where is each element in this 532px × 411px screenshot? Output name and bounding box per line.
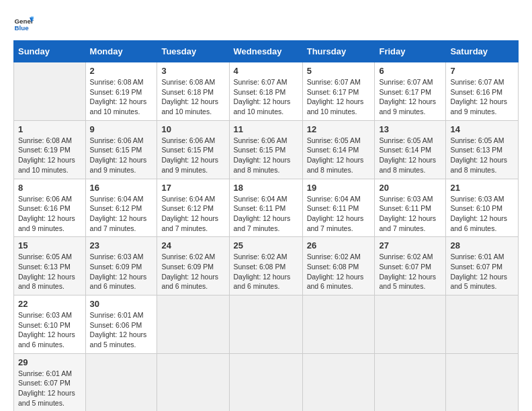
day-info: Sunrise: 6:02 AM Sunset: 6:09 PM Dayligh… <box>161 253 218 290</box>
calendar-cell: 25 Sunrise: 6:02 AM Sunset: 6:08 PM Dayl… <box>229 237 302 295</box>
calendar-cell: 15 Sunrise: 6:05 AM Sunset: 6:13 PM Dayl… <box>14 237 86 295</box>
day-number: 29 <box>18 357 81 367</box>
day-number: 18 <box>234 183 298 193</box>
day-number: 3 <box>161 66 224 76</box>
calendar-cell <box>229 295 302 354</box>
calendar-cell: 19 Sunrise: 6:04 AM Sunset: 6:11 PM Dayl… <box>302 179 375 237</box>
day-number: 15 <box>18 240 81 250</box>
calendar-cell: 22 Sunrise: 6:03 AM Sunset: 6:10 PM Dayl… <box>14 295 86 354</box>
calendar-cell: 29 Sunrise: 6:01 AM Sunset: 6:07 PM Dayl… <box>14 353 86 411</box>
calendar-cell: 9 Sunrise: 6:06 AM Sunset: 6:15 PM Dayli… <box>85 120 157 179</box>
day-info: Sunrise: 6:05 AM Sunset: 6:13 PM Dayligh… <box>450 136 507 174</box>
calendar-cell: 11 Sunrise: 6:06 AM Sunset: 6:15 PM Dayl… <box>229 120 302 179</box>
logo: General Blue <box>13 13 34 34</box>
svg-text:Blue: Blue <box>15 24 30 32</box>
logo-icon: General Blue <box>13 13 34 34</box>
day-info: Sunrise: 6:04 AM Sunset: 6:11 PM Dayligh… <box>234 195 291 232</box>
calendar-cell: 5 Sunrise: 6:07 AM Sunset: 6:17 PM Dayli… <box>302 62 375 121</box>
day-number: 27 <box>379 240 441 250</box>
day-info: Sunrise: 6:06 AM Sunset: 6:16 PM Dayligh… <box>18 195 75 232</box>
day-number: 1 <box>18 124 81 134</box>
calendar-cell: 24 Sunrise: 6:02 AM Sunset: 6:09 PM Dayl… <box>157 237 229 295</box>
day-info: Sunrise: 6:03 AM Sunset: 6:10 PM Dayligh… <box>18 311 75 349</box>
day-info: Sunrise: 6:08 AM Sunset: 6:18 PM Dayligh… <box>161 78 218 116</box>
header-sunday: Sunday <box>14 41 86 62</box>
calendar-cell: 10 Sunrise: 6:06 AM Sunset: 6:15 PM Dayl… <box>157 120 229 179</box>
day-info: Sunrise: 6:07 AM Sunset: 6:17 PM Dayligh… <box>307 78 364 116</box>
day-info: Sunrise: 6:05 AM Sunset: 6:13 PM Dayligh… <box>18 253 75 290</box>
calendar-week-3: 15 Sunrise: 6:05 AM Sunset: 6:13 PM Dayl… <box>14 237 519 295</box>
day-number: 25 <box>234 240 298 250</box>
day-number: 24 <box>161 240 224 250</box>
calendar-cell: 16 Sunrise: 6:04 AM Sunset: 6:12 PM Dayl… <box>85 179 157 237</box>
calendar-cell: 23 Sunrise: 6:03 AM Sunset: 6:09 PM Dayl… <box>85 237 157 295</box>
day-info: Sunrise: 6:06 AM Sunset: 6:15 PM Dayligh… <box>90 136 147 174</box>
day-number: 9 <box>90 124 153 134</box>
day-number: 4 <box>234 66 298 76</box>
calendar-cell <box>375 353 446 411</box>
calendar-cell: 13 Sunrise: 6:05 AM Sunset: 6:14 PM Dayl… <box>375 120 446 179</box>
calendar-cell: 7 Sunrise: 6:07 AM Sunset: 6:16 PM Dayli… <box>446 62 519 121</box>
calendar-cell: 14 Sunrise: 6:05 AM Sunset: 6:13 PM Dayl… <box>446 120 519 179</box>
day-info: Sunrise: 6:04 AM Sunset: 6:12 PM Dayligh… <box>161 195 218 232</box>
calendar-cell: 1 Sunrise: 6:08 AM Sunset: 6:19 PM Dayli… <box>14 120 86 179</box>
calendar-week-2: 8 Sunrise: 6:06 AM Sunset: 6:16 PM Dayli… <box>14 179 519 237</box>
day-number: 6 <box>379 66 441 76</box>
calendar-cell <box>302 353 375 411</box>
day-info: Sunrise: 6:05 AM Sunset: 6:14 PM Dayligh… <box>379 136 436 174</box>
calendar-cell <box>85 353 157 411</box>
header-friday: Friday <box>375 41 446 62</box>
header-monday: Monday <box>85 41 157 62</box>
calendar-cell: 8 Sunrise: 6:06 AM Sunset: 6:16 PM Dayli… <box>14 179 86 237</box>
day-number: 30 <box>90 299 153 309</box>
day-info: Sunrise: 6:04 AM Sunset: 6:11 PM Dayligh… <box>307 195 364 232</box>
header: General Blue <box>13 13 519 34</box>
calendar-cell <box>302 295 375 354</box>
day-info: Sunrise: 6:02 AM Sunset: 6:08 PM Dayligh… <box>234 253 291 290</box>
day-number: 16 <box>90 183 153 193</box>
calendar-cell <box>14 62 86 121</box>
day-number: 17 <box>161 183 224 193</box>
day-info: Sunrise: 6:02 AM Sunset: 6:07 PM Dayligh… <box>379 253 436 290</box>
calendar-week-1: 1 Sunrise: 6:08 AM Sunset: 6:19 PM Dayli… <box>14 120 519 179</box>
calendar-cell: 30 Sunrise: 6:01 AM Sunset: 6:06 PM Dayl… <box>85 295 157 354</box>
calendar-table: SundayMondayTuesdayWednesdayThursdayFrid… <box>13 40 519 411</box>
day-info: Sunrise: 6:01 AM Sunset: 6:06 PM Dayligh… <box>90 311 147 349</box>
calendar-cell: 17 Sunrise: 6:04 AM Sunset: 6:12 PM Dayl… <box>157 179 229 237</box>
day-info: Sunrise: 6:08 AM Sunset: 6:19 PM Dayligh… <box>90 78 147 116</box>
header-tuesday: Tuesday <box>157 41 229 62</box>
header-wednesday: Wednesday <box>229 41 302 62</box>
calendar-cell: 12 Sunrise: 6:05 AM Sunset: 6:14 PM Dayl… <box>302 120 375 179</box>
calendar-cell <box>229 353 302 411</box>
calendar-cell: 27 Sunrise: 6:02 AM Sunset: 6:07 PM Dayl… <box>375 237 446 295</box>
calendar-header-row: SundayMondayTuesdayWednesdayThursdayFrid… <box>14 41 519 62</box>
calendar-cell <box>446 353 519 411</box>
calendar-cell: 3 Sunrise: 6:08 AM Sunset: 6:18 PM Dayli… <box>157 62 229 121</box>
day-number: 19 <box>307 183 371 193</box>
calendar-cell: 28 Sunrise: 6:01 AM Sunset: 6:07 PM Dayl… <box>446 237 519 295</box>
day-number: 11 <box>234 124 298 134</box>
header-thursday: Thursday <box>302 41 375 62</box>
calendar-week-5: 29 Sunrise: 6:01 AM Sunset: 6:07 PM Dayl… <box>14 353 519 411</box>
calendar-cell: 6 Sunrise: 6:07 AM Sunset: 6:17 PM Dayli… <box>375 62 446 121</box>
calendar-cell: 4 Sunrise: 6:07 AM Sunset: 6:18 PM Dayli… <box>229 62 302 121</box>
day-info: Sunrise: 6:03 AM Sunset: 6:11 PM Dayligh… <box>379 195 436 232</box>
day-number: 2 <box>90 66 153 76</box>
day-number: 23 <box>90 240 153 250</box>
day-info: Sunrise: 6:01 AM Sunset: 6:07 PM Dayligh… <box>18 369 75 407</box>
calendar-cell <box>157 353 229 411</box>
calendar-week-0: 2 Sunrise: 6:08 AM Sunset: 6:19 PM Dayli… <box>14 62 519 121</box>
day-number: 14 <box>450 124 514 134</box>
calendar-cell <box>446 295 519 354</box>
day-number: 7 <box>450 66 514 76</box>
day-info: Sunrise: 6:07 AM Sunset: 6:18 PM Dayligh… <box>234 78 291 116</box>
day-info: Sunrise: 6:01 AM Sunset: 6:07 PM Dayligh… <box>450 253 507 290</box>
day-number: 21 <box>450 183 514 193</box>
calendar-cell <box>375 295 446 354</box>
day-number: 5 <box>307 66 371 76</box>
day-info: Sunrise: 6:08 AM Sunset: 6:19 PM Dayligh… <box>18 136 75 174</box>
day-info: Sunrise: 6:02 AM Sunset: 6:08 PM Dayligh… <box>307 253 364 290</box>
day-info: Sunrise: 6:03 AM Sunset: 6:10 PM Dayligh… <box>450 195 507 232</box>
day-info: Sunrise: 6:07 AM Sunset: 6:17 PM Dayligh… <box>379 78 436 116</box>
day-info: Sunrise: 6:05 AM Sunset: 6:14 PM Dayligh… <box>307 136 364 174</box>
